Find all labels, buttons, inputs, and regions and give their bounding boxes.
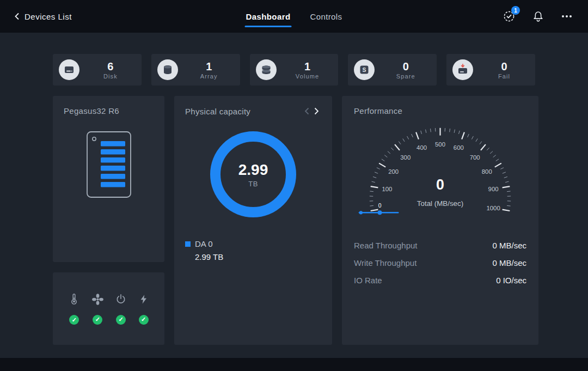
device-illustration bbox=[64, 130, 154, 200]
stat-label-spare: Spare bbox=[396, 73, 415, 80]
footer-bar bbox=[0, 358, 588, 371]
gauge-scale-slider[interactable]: 0 bbox=[359, 203, 399, 215]
metric-value: 0 MB/sec bbox=[492, 241, 526, 250]
svg-text:700: 700 bbox=[470, 154, 480, 161]
metric-label: Read Throughput bbox=[354, 241, 417, 250]
tab-controls[interactable]: Controls bbox=[310, 0, 342, 33]
capacity-value: 2.99 bbox=[238, 161, 268, 179]
volume-icon bbox=[256, 59, 277, 80]
stat-label-disk: Disk bbox=[103, 73, 118, 80]
stat-value-array: 1 bbox=[206, 60, 212, 72]
svg-text:S: S bbox=[363, 66, 366, 73]
device-name: Pegasus32 R6 bbox=[64, 106, 154, 115]
capacity-title: Physical capacity bbox=[185, 107, 302, 116]
svg-text:800: 800 bbox=[482, 168, 492, 175]
slider-knob[interactable] bbox=[378, 210, 382, 215]
sensor-fan bbox=[91, 293, 104, 325]
metric-label: IO Rate bbox=[354, 276, 382, 285]
sensors-card bbox=[53, 272, 164, 345]
disk-icon bbox=[59, 59, 79, 80]
performance-title: Performance bbox=[354, 106, 526, 115]
sensor-temperature bbox=[68, 293, 80, 325]
capacity-legend: DA 0 2.99 TB bbox=[185, 239, 321, 261]
stat-value-spare: 0 bbox=[403, 60, 409, 72]
tab-dashboard[interactable]: Dashboard bbox=[246, 0, 290, 33]
legend-value: 2.99 TB bbox=[195, 252, 321, 261]
metric-row-read: Read Throughput 0 MB/sec bbox=[354, 236, 526, 254]
stats-row: 6 Disk 1 Array bbox=[53, 54, 535, 86]
legend-name: DA 0 bbox=[195, 239, 213, 248]
svg-text:1000: 1000 bbox=[486, 205, 500, 211]
status-ok-icon bbox=[116, 315, 126, 325]
fail-icon bbox=[452, 59, 473, 80]
sensor-power bbox=[115, 293, 127, 325]
top-bar: Devices List Dashboard Controls 1 bbox=[0, 0, 588, 33]
stat-value-disk: 6 bbox=[107, 60, 113, 72]
power-icon bbox=[115, 293, 127, 306]
capacity-next-button[interactable] bbox=[311, 106, 321, 116]
metric-row-io: IO Rate 0 IO/sec bbox=[354, 271, 526, 289]
status-ok-icon bbox=[69, 315, 79, 325]
bell-icon bbox=[532, 10, 544, 23]
back-label: Devices List bbox=[24, 12, 72, 21]
legend-swatch bbox=[185, 241, 191, 247]
more-options-button[interactable] bbox=[560, 9, 574, 23]
performance-card: Performance 1002003004005006007008009001… bbox=[342, 96, 538, 345]
left-column: Pegasus32 R6 bbox=[53, 96, 164, 345]
spare-icon: S bbox=[354, 59, 375, 80]
back-to-devices-list-button[interactable]: Devices List bbox=[14, 12, 72, 21]
notification-badge: 1 bbox=[511, 6, 520, 15]
svg-text:600: 600 bbox=[454, 144, 464, 151]
metric-row-write: Write Throughput 0 MB/sec bbox=[354, 254, 526, 271]
stat-card-volume[interactable]: 1 Volume bbox=[250, 54, 339, 86]
chevron-left-icon bbox=[304, 107, 309, 115]
stat-card-disk[interactable]: 6 Disk bbox=[53, 54, 142, 86]
metric-label: Write Throughput bbox=[354, 258, 416, 267]
metric-value: 0 MB/sec bbox=[492, 258, 526, 267]
metric-value: 0 IO/sec bbox=[496, 276, 526, 285]
svg-text:500: 500 bbox=[435, 141, 445, 148]
capacity-unit: TB bbox=[248, 180, 258, 188]
device-card: Pegasus32 R6 bbox=[53, 96, 164, 262]
performance-gauge: 1002003004005006007008009001000 0 Total … bbox=[354, 120, 526, 224]
svg-text:400: 400 bbox=[416, 144, 427, 151]
svg-text:900: 900 bbox=[488, 186, 499, 192]
pegasus-tower-icon bbox=[83, 130, 135, 200]
chevron-right-icon bbox=[314, 107, 319, 115]
events-check-button[interactable]: 1 bbox=[502, 9, 516, 23]
performance-metrics: Read Throughput 0 MB/sec Write Throughpu… bbox=[354, 236, 526, 289]
gauge-value: 0 bbox=[436, 177, 444, 193]
stat-card-array[interactable]: 1 Array bbox=[151, 54, 240, 86]
stat-label-fail: Fail bbox=[498, 73, 510, 80]
chevron-left-icon bbox=[14, 13, 20, 20]
svg-text:100: 100 bbox=[382, 186, 392, 192]
ellipsis-icon bbox=[561, 15, 572, 18]
stat-value-fail: 0 bbox=[501, 60, 507, 72]
gauge-needle-value: 0 bbox=[378, 203, 382, 209]
stat-label-volume: Volume bbox=[296, 73, 319, 80]
stat-label-array: Array bbox=[200, 73, 218, 80]
stat-value-volume: 1 bbox=[304, 60, 310, 72]
capacity-prev-button[interactable] bbox=[302, 106, 311, 116]
main-tabs: Dashboard Controls bbox=[246, 0, 342, 33]
status-ok-icon bbox=[93, 315, 102, 325]
stat-card-spare[interactable]: S 0 Spare bbox=[348, 54, 437, 86]
gauge-unit-label: Total (MB/sec) bbox=[417, 199, 463, 208]
temperature-icon bbox=[68, 293, 80, 306]
voltage-bolt-icon bbox=[138, 293, 149, 306]
physical-capacity-card: Physical capacity 2.99 TB DA 0 bbox=[174, 96, 332, 345]
array-icon bbox=[157, 59, 178, 80]
svg-text:200: 200 bbox=[388, 168, 399, 175]
capacity-donut: 2.99 TB bbox=[210, 131, 296, 217]
notifications-bell-button[interactable] bbox=[531, 9, 545, 23]
stat-card-fail[interactable]: 0 Fail bbox=[446, 54, 535, 86]
svg-text:300: 300 bbox=[400, 154, 411, 161]
dashboard-content: 6 Disk 1 Array bbox=[53, 33, 535, 345]
top-actions: 1 bbox=[502, 9, 574, 23]
fan-icon bbox=[91, 293, 104, 306]
status-ok-icon bbox=[139, 315, 149, 325]
sensor-voltage bbox=[138, 293, 149, 325]
legend-item: DA 0 bbox=[185, 239, 321, 248]
